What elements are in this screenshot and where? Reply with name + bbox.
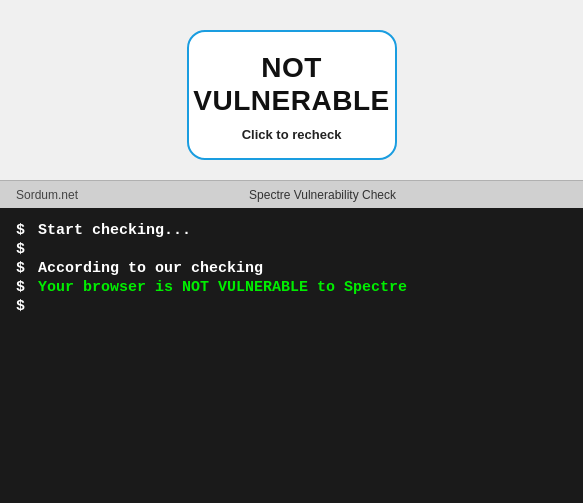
terminal-prompt: $ (16, 298, 25, 315)
terminal-line: $ (16, 298, 567, 315)
top-section: NOT VULNERABLE Click to recheck (0, 0, 583, 180)
terminal-title-left: Sordum.net (16, 188, 78, 202)
status-line2: VULNERABLE (193, 85, 389, 116)
status-line1: NOT (261, 52, 322, 83)
terminal-title-center: Spectre Vulnerability Check (78, 188, 567, 202)
terminal-line: $ According to our checking (16, 260, 567, 277)
terminal-prompt: $ (16, 279, 25, 296)
terminal-line-text: Your browser is NOT VULNERABLE to Spectr… (29, 279, 407, 296)
terminal-titlebar: Sordum.net Spectre Vulnerability Check (0, 180, 583, 208)
terminal-prompt: $ (16, 260, 25, 277)
terminal-prompt: $ (16, 241, 25, 258)
status-text: NOT VULNERABLE (193, 52, 389, 116)
terminal-line-text: Start checking... (29, 222, 191, 239)
terminal-body: $ Start checking...$$ According to our c… (0, 208, 583, 503)
terminal-line-text: According to our checking (29, 260, 263, 277)
recheck-label: Click to recheck (242, 127, 342, 142)
terminal-line: $ Your browser is NOT VULNERABLE to Spec… (16, 279, 567, 296)
terminal-wrapper: Sordum.net Spectre Vulnerability Check $… (0, 180, 583, 503)
terminal-line: $ (16, 241, 567, 258)
status-card[interactable]: NOT VULNERABLE Click to recheck (187, 30, 397, 160)
terminal-line: $ Start checking... (16, 222, 567, 239)
terminal-prompt: $ (16, 222, 25, 239)
